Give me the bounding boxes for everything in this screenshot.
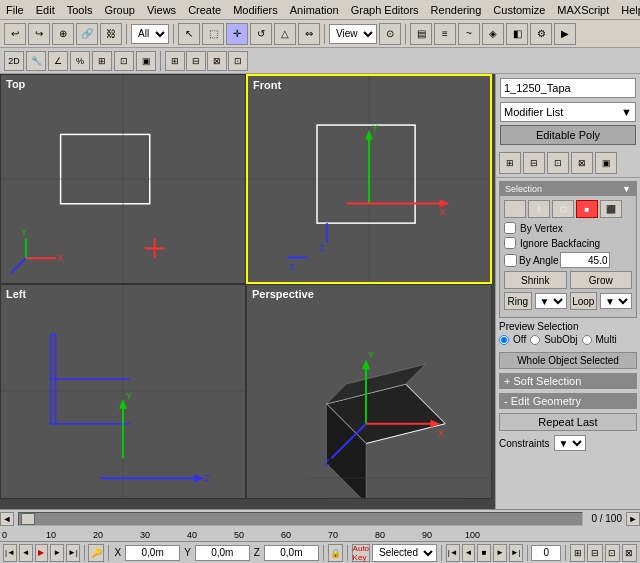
play-button[interactable]: ▶ bbox=[35, 544, 49, 562]
prev-frame-button[interactable]: ◄ bbox=[19, 544, 33, 562]
z-field[interactable] bbox=[264, 545, 319, 561]
loop-dropdown[interactable]: ▼ bbox=[600, 293, 632, 309]
frame-counter-input[interactable] bbox=[531, 545, 561, 561]
vertex-icon[interactable]: · bbox=[504, 200, 526, 218]
transport-r5[interactable]: ►| bbox=[509, 544, 523, 562]
viewport-top[interactable]: Top X Y bbox=[0, 74, 246, 284]
menu-help[interactable]: Help bbox=[615, 2, 640, 18]
curve-editor-button[interactable]: ~ bbox=[458, 23, 480, 45]
shrink-button[interactable]: Shrink bbox=[504, 271, 567, 289]
angle-snap-button[interactable]: ∠ bbox=[48, 51, 68, 71]
timeline-scrollbar[interactable] bbox=[18, 512, 583, 526]
spinner-snap-button[interactable]: ⊞ bbox=[92, 51, 112, 71]
repeat-last-button[interactable]: Repeat Last bbox=[499, 413, 637, 431]
select-region-button[interactable]: ⬚ bbox=[202, 23, 224, 45]
transport-r1[interactable]: |◄ bbox=[446, 544, 460, 562]
tb2-btn4[interactable]: ⊡ bbox=[228, 51, 248, 71]
transport-r4[interactable]: ► bbox=[493, 544, 507, 562]
select-filter-dropdown[interactable]: All bbox=[131, 24, 169, 44]
material-editor-button[interactable]: ◧ bbox=[506, 23, 528, 45]
menu-maxscript[interactable]: MAXScript bbox=[551, 2, 615, 18]
snap-2d-button[interactable]: 2D bbox=[4, 51, 24, 71]
grow-button[interactable]: Grow bbox=[570, 271, 633, 289]
link-button[interactable]: 🔗 bbox=[76, 23, 98, 45]
element-icon[interactable]: ⬛ bbox=[600, 200, 622, 218]
mini-btn2[interactable]: ⊟ bbox=[587, 544, 602, 562]
tab-icon-2[interactable]: ⊟ bbox=[523, 152, 545, 174]
menu-group[interactable]: Group bbox=[98, 2, 141, 18]
edge-icon[interactable]: ⌇ bbox=[528, 200, 550, 218]
unlink-button[interactable]: ⛓ bbox=[100, 23, 122, 45]
render-setup-button[interactable]: ⚙ bbox=[530, 23, 552, 45]
tab-icon-3[interactable]: ⊡ bbox=[547, 152, 569, 174]
object-name-input[interactable] bbox=[500, 78, 636, 98]
lock-selection-button[interactable]: 🔒 bbox=[328, 544, 343, 562]
select-object-button[interactable]: ⊕ bbox=[52, 23, 74, 45]
tb2-btn1[interactable]: ⊞ bbox=[165, 51, 185, 71]
tb2-btn3[interactable]: ⊠ bbox=[207, 51, 227, 71]
mini-btn3[interactable]: ⊡ bbox=[605, 544, 620, 562]
use-pivot-button[interactable]: ⊙ bbox=[379, 23, 401, 45]
transport-r2[interactable]: ◄ bbox=[462, 544, 476, 562]
tab-icon-4[interactable]: ⊠ bbox=[571, 152, 593, 174]
named-sel-sets-button[interactable]: ▣ bbox=[136, 51, 156, 71]
select-button[interactable]: ↖ bbox=[178, 23, 200, 45]
subobj-radio[interactable] bbox=[530, 335, 540, 345]
menu-tools[interactable]: Tools bbox=[61, 2, 99, 18]
by-vertex-checkbox[interactable] bbox=[504, 222, 516, 234]
snap-toggle-button[interactable]: 🔧 bbox=[26, 51, 46, 71]
next-frame-button[interactable]: ► bbox=[50, 544, 64, 562]
scale-button[interactable]: △ bbox=[274, 23, 296, 45]
go-to-end-button[interactable]: ►| bbox=[66, 544, 80, 562]
set-key-mode-dropdown[interactable]: Selected bbox=[372, 544, 437, 562]
selection-header[interactable]: Selection ▼ bbox=[500, 182, 636, 196]
menu-edit[interactable]: Edit bbox=[30, 2, 61, 18]
modifier-list-dropdown[interactable]: Modifier List ▼ bbox=[500, 102, 636, 122]
undo-button[interactable]: ↩ bbox=[4, 23, 26, 45]
timeline-thumb[interactable] bbox=[21, 513, 35, 525]
viewport-perspective[interactable]: Perspective X Y Z bbox=[246, 284, 492, 499]
tb2-btn2[interactable]: ⊟ bbox=[186, 51, 206, 71]
ribbon-button[interactable]: ≡ bbox=[434, 23, 456, 45]
ring-dropdown[interactable]: ▼ bbox=[535, 293, 567, 309]
edit-geometry-header[interactable]: - Edit Geometry bbox=[499, 393, 637, 409]
poly-icon[interactable]: ■ bbox=[576, 200, 598, 218]
menu-animation[interactable]: Animation bbox=[284, 2, 345, 18]
menu-modifiers[interactable]: Modifiers bbox=[227, 2, 284, 18]
percent-snap-button[interactable]: % bbox=[70, 51, 90, 71]
timeline-right-arrow[interactable]: ► bbox=[626, 512, 640, 526]
by-angle-checkbox[interactable] bbox=[504, 254, 517, 267]
loop-button[interactable]: Loop bbox=[570, 292, 598, 310]
soft-selection-header[interactable]: + Soft Selection bbox=[499, 373, 637, 389]
redo-button[interactable]: ↪ bbox=[28, 23, 50, 45]
y-field[interactable] bbox=[195, 545, 250, 561]
move-button[interactable]: ✛ bbox=[226, 23, 248, 45]
border-icon[interactable]: ⬡ bbox=[552, 200, 574, 218]
timeline-left-arrow[interactable]: ◄ bbox=[0, 512, 14, 526]
angle-value-input[interactable] bbox=[560, 252, 610, 268]
reference-coord-dropdown[interactable]: View bbox=[329, 24, 377, 44]
menu-create[interactable]: Create bbox=[182, 2, 227, 18]
ring-button[interactable]: Ring bbox=[504, 292, 532, 310]
key-mode-button[interactable]: 🔑 bbox=[88, 544, 103, 562]
mini-btn1[interactable]: ⊞ bbox=[570, 544, 585, 562]
off-radio[interactable] bbox=[499, 335, 509, 345]
tab-icon-1[interactable]: ⊞ bbox=[499, 152, 521, 174]
viewport-front[interactable]: Front X Y Z Z bbox=[246, 74, 492, 284]
rotate-button[interactable]: ↺ bbox=[250, 23, 272, 45]
auto-key-button[interactable]: Auto Key bbox=[352, 544, 370, 562]
menu-graph-editors[interactable]: Graph Editors bbox=[345, 2, 425, 18]
ignore-backfacing-checkbox[interactable] bbox=[504, 237, 516, 249]
viewport-left[interactable]: Left Y Z bbox=[0, 284, 246, 499]
edit-named-sel-button[interactable]: ⊡ bbox=[114, 51, 134, 71]
transport-r3[interactable]: ■ bbox=[477, 544, 491, 562]
schematic-button[interactable]: ◈ bbox=[482, 23, 504, 45]
menu-customize[interactable]: Customize bbox=[487, 2, 551, 18]
mirror-button[interactable]: ⇔ bbox=[298, 23, 320, 45]
layer-manager-button[interactable]: ▤ bbox=[410, 23, 432, 45]
menu-rendering[interactable]: Rendering bbox=[425, 2, 488, 18]
constraints-dropdown[interactable]: ▼ bbox=[554, 435, 586, 451]
render-button[interactable]: ▶ bbox=[554, 23, 576, 45]
x-field[interactable] bbox=[125, 545, 180, 561]
go-to-start-button[interactable]: |◄ bbox=[3, 544, 17, 562]
